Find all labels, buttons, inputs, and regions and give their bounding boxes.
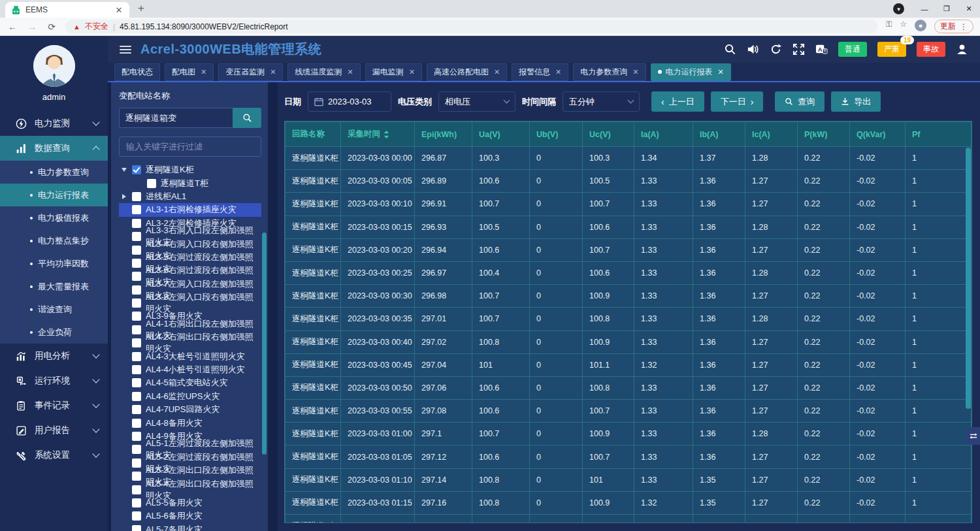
tree-checkbox[interactable] bbox=[132, 325, 141, 334]
tree-checkbox[interactable] bbox=[132, 352, 141, 361]
tree-node[interactable]: AL5-4左洞出口段右侧加强照明火灾 bbox=[119, 483, 261, 496]
fullscreen-icon[interactable] bbox=[792, 43, 805, 56]
tree-node[interactable]: AL4-8备用火灾 bbox=[119, 416, 261, 429]
date-picker[interactable]: 2023-03-03 bbox=[308, 91, 391, 112]
sort-icon[interactable] bbox=[384, 131, 389, 138]
sound-icon[interactable] bbox=[747, 43, 759, 56]
page-tab-9[interactable]: 电力运行报表✕ bbox=[651, 63, 731, 81]
tree-checkbox[interactable] bbox=[132, 259, 141, 268]
submenu-item-4[interactable]: 电力整点集抄 bbox=[0, 229, 108, 252]
column-header-10[interactable]: P(kW) bbox=[798, 122, 850, 147]
tree-node[interactable]: AL4-2右洞出口段右侧加强照明火灾 bbox=[119, 336, 261, 349]
station-search-button[interactable] bbox=[233, 108, 261, 128]
column-header-9[interactable]: Ic(A) bbox=[745, 122, 798, 147]
column-header-6[interactable]: Uc(V) bbox=[583, 122, 634, 147]
back-icon[interactable]: ← bbox=[7, 22, 18, 32]
query-button[interactable]: 查询 bbox=[775, 91, 825, 112]
submenu-item-5[interactable]: 平均功率因数 bbox=[0, 252, 108, 275]
browser-tab[interactable]: EEMS ✕ bbox=[5, 2, 129, 18]
page-tab-7[interactable]: 报警信息✕ bbox=[512, 63, 568, 81]
tab-close-icon[interactable]: ✕ bbox=[114, 5, 124, 15]
export-button[interactable]: 导出 bbox=[831, 91, 881, 112]
tab-close-icon[interactable]: ✕ bbox=[347, 68, 353, 76]
expander-closed-icon[interactable] bbox=[120, 194, 127, 199]
user-icon[interactable] bbox=[956, 43, 968, 56]
tree-checkbox[interactable] bbox=[132, 285, 141, 295]
address-bar[interactable]: ▲ 不安全 | 45.81.195.134:8090/3000WEBV2/Ele… bbox=[65, 20, 878, 33]
restore-button[interactable]: ❐ bbox=[936, 0, 958, 18]
tree-checkbox[interactable] bbox=[132, 192, 141, 201]
update-button[interactable]: 更新 ⋮ bbox=[934, 20, 973, 33]
media-control-icon[interactable]: ▾ bbox=[893, 3, 904, 14]
sidebar-item-5[interactable]: 事件记录 bbox=[0, 393, 108, 418]
tree-checkbox[interactable] bbox=[132, 525, 141, 531]
column-header-12[interactable]: Pf bbox=[906, 122, 972, 147]
page-tab-4[interactable]: 线缆温度监测✕ bbox=[287, 63, 360, 81]
chrome-menu-icon[interactable]: ⋮ bbox=[960, 22, 968, 31]
column-header-11[interactable]: Q(kVar) bbox=[850, 122, 906, 147]
alarm-badge-severe[interactable]: 严重19 bbox=[877, 42, 906, 57]
column-header-8[interactable]: Ib(A) bbox=[693, 122, 745, 147]
submenu-item-6[interactable]: 最大需量报表 bbox=[0, 275, 108, 298]
tree-checkbox[interactable] bbox=[132, 272, 141, 281]
tree-node[interactable]: AL4-7UPS回路火灾 bbox=[119, 403, 261, 416]
page-tab-1[interactable]: 配电状态 bbox=[114, 63, 160, 81]
tree-checkbox[interactable] bbox=[147, 179, 156, 188]
tab-close-icon[interactable]: ✕ bbox=[270, 68, 276, 76]
page-tab-3[interactable]: 变压器监测✕ bbox=[218, 63, 283, 81]
tree-checkbox[interactable] bbox=[132, 511, 141, 521]
new-tab-button[interactable]: + bbox=[136, 2, 146, 15]
submenu-item-1[interactable]: 电力参数查询 bbox=[0, 161, 108, 184]
column-header-4[interactable]: Ua(V) bbox=[472, 122, 530, 147]
voltage-type-select[interactable]: 相电压 bbox=[438, 91, 515, 112]
tree-checkbox[interactable] bbox=[132, 459, 141, 468]
tree-checkbox[interactable] bbox=[132, 298, 141, 308]
tree-checkbox[interactable] bbox=[132, 365, 141, 374]
sidebar-item-2[interactable]: 数据查询 bbox=[0, 136, 108, 161]
tree-checkbox[interactable] bbox=[132, 405, 141, 414]
station-search-input[interactable] bbox=[119, 108, 233, 128]
tree-checkbox[interactable] bbox=[132, 338, 141, 347]
tree-checkbox[interactable] bbox=[132, 219, 141, 228]
tree-checkbox[interactable] bbox=[132, 445, 141, 454]
page-tab-5[interactable]: 漏电监测✕ bbox=[365, 63, 422, 81]
tree-checkbox[interactable] bbox=[132, 419, 141, 428]
tab-close-icon[interactable]: ✕ bbox=[201, 68, 206, 76]
tab-close-icon[interactable]: ✕ bbox=[494, 68, 500, 76]
submenu-item-3[interactable]: 电力极值报表 bbox=[0, 206, 108, 229]
tree-filter-input[interactable] bbox=[119, 137, 261, 157]
tree-checkbox[interactable] bbox=[132, 232, 141, 241]
tree-checkbox[interactable] bbox=[132, 472, 141, 481]
submenu-item-8[interactable]: 企业负荷 bbox=[0, 321, 108, 344]
tab-close-icon[interactable]: ✕ bbox=[718, 68, 724, 76]
forward-icon[interactable]: → bbox=[26, 22, 38, 32]
tree-node[interactable]: AL5-6备用火灾 bbox=[119, 509, 261, 523]
table-scrollbar[interactable] bbox=[966, 148, 971, 409]
hamburger-menu-icon[interactable] bbox=[120, 44, 131, 56]
tree-node[interactable]: 逐桐隧道T柜 bbox=[119, 176, 261, 189]
column-header-5[interactable]: Ub(V) bbox=[530, 122, 583, 147]
alarm-badge-normal[interactable]: 普通 bbox=[838, 42, 867, 57]
tree-node[interactable]: AL3-1右洞检修插座火灾 bbox=[119, 203, 261, 216]
tree-checkbox[interactable] bbox=[132, 498, 141, 507]
alarm-badge-accident[interactable]: 事故 bbox=[917, 42, 945, 57]
column-header-3[interactable]: Epi(kWh) bbox=[415, 122, 472, 147]
minimize-button[interactable]: — bbox=[913, 0, 936, 18]
browser-profile-avatar[interactable]: ● bbox=[915, 20, 926, 31]
key-icon[interactable]: ⚿ bbox=[886, 20, 892, 33]
tree-scrollbar[interactable] bbox=[262, 233, 267, 455]
tree-checkbox[interactable] bbox=[132, 378, 141, 387]
tab-close-icon[interactable]: ✕ bbox=[409, 68, 415, 76]
interval-select[interactable]: 五分钟 bbox=[563, 91, 640, 112]
tree-node[interactable]: 进线柜AL1 bbox=[119, 190, 261, 203]
sidebar-item-6[interactable]: 用户报告 bbox=[0, 418, 108, 443]
tree-checkbox[interactable] bbox=[132, 165, 141, 174]
tree-node[interactable]: AL4-5箱式变电站火灾 bbox=[119, 376, 261, 389]
tree-node[interactable]: AL4-6监控UPS火灾 bbox=[119, 390, 261, 403]
tab-close-icon[interactable]: ✕ bbox=[632, 68, 638, 76]
tree-node[interactable]: 逐桐隧道K柜 bbox=[119, 163, 261, 176]
refresh-icon[interactable] bbox=[770, 43, 782, 56]
page-tab-6[interactable]: 高速公路配电图✕ bbox=[427, 63, 507, 81]
sidebar-item-3[interactable]: 用电分析 bbox=[0, 344, 108, 368]
tree-node[interactable]: AL3-8左洞入口段右侧加强照明火灾 bbox=[119, 297, 261, 310]
